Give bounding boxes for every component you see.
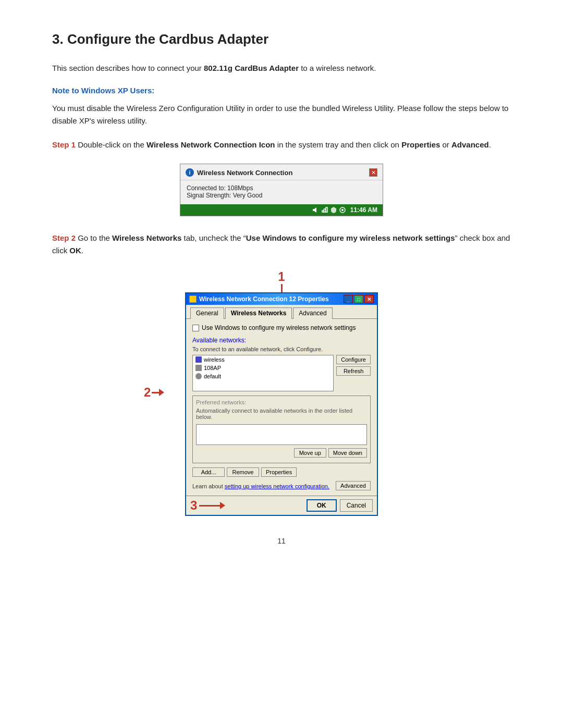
step1-text2: in the system tray and then click on [275, 140, 402, 149]
ok-cancel-buttons: OK Cancel [307, 499, 373, 512]
note-body: You must disable the Wireless Zero Confi… [52, 102, 511, 127]
step2-bold1: Wireless Networks [112, 233, 181, 242]
speaker-icon [312, 206, 320, 214]
step1-text3: or [440, 140, 451, 149]
callout2-area: 2 [144, 385, 164, 400]
maximize-button[interactable]: □ [354, 295, 363, 303]
xp-title-icon [189, 295, 197, 303]
step2-text4: . [81, 246, 83, 255]
move-up-button[interactable]: Move up [294, 448, 326, 458]
vol-icon [339, 206, 346, 214]
tray-popup-screenshot: i Wireless Network Connection ✕ Connecte… [52, 164, 511, 216]
tab-advanced[interactable]: Advanced [293, 307, 332, 319]
note-heading: Note to Windows XP Users: [52, 86, 511, 95]
network-icon [321, 206, 328, 214]
xp-body: Use Windows to configure my wireless net… [186, 319, 377, 496]
learn-text: Learn about setting up wireless network … [192, 483, 329, 489]
network-item-108ap[interactable]: 108AP [193, 364, 333, 372]
shield-icon [330, 206, 337, 214]
tab-general[interactable]: General [190, 307, 224, 319]
remove-button[interactable]: Remove [227, 467, 259, 477]
step1-bold2: Properties [401, 140, 440, 149]
xp-titlebar-left: Wireless Network Connection 12 Propertie… [189, 295, 329, 303]
tray-popup-header: i Wireless Network Connection ✕ [180, 164, 383, 180]
intro-bold1: 802.11g CardBus Adapter [204, 64, 299, 72]
callout2-number: 2 [144, 385, 151, 400]
move-down-button[interactable]: Move down [328, 448, 367, 458]
callout2-arrowhead [159, 389, 164, 396]
tray-popup-title: i Wireless Network Connection [186, 168, 292, 177]
preferred-networks-section: Preferred networks: Automatically connec… [192, 396, 371, 463]
learn-link[interactable]: setting up wireless network configuratio… [225, 483, 329, 489]
preferred-move-buttons: Move up Move down [196, 448, 367, 458]
intro-text1: This section describes how to connect yo… [52, 64, 204, 72]
callout1-number: 1 [278, 269, 285, 284]
svg-rect-0 [313, 209, 314, 211]
available-networks-buttons: Configure Refresh [336, 355, 371, 391]
intro-text2: to a wireless network. [299, 64, 376, 72]
step2-bold3: OK [69, 246, 81, 255]
learn-row: Learn about setting up wireless network … [192, 481, 371, 490]
tray-close-button[interactable]: ✕ [369, 168, 377, 177]
svg-rect-3 [324, 209, 325, 212]
network-name-wireless: wireless [204, 356, 225, 363]
step1-bold1: Wireless Network Connection Icon [146, 140, 275, 149]
svg-marker-1 [314, 207, 316, 213]
close-button[interactable]: ✕ [364, 295, 374, 303]
ap-net-icon [195, 365, 202, 371]
available-networks-area: wireless 108AP default Configure Refresh [192, 355, 371, 391]
preferred-networks-listbox[interactable] [196, 424, 367, 445]
step2-bold2: Use Windows to configure my wireless net… [246, 233, 455, 242]
intro-paragraph: This section describes how to connect yo… [52, 62, 511, 75]
tray-system-icons [312, 206, 346, 214]
callout2-line [152, 392, 159, 393]
use-windows-checkbox[interactable] [192, 325, 199, 331]
default-net-icon [195, 373, 202, 379]
minimize-button[interactable]: _ [344, 295, 353, 303]
callout3-number: 3 [190, 498, 197, 513]
network-item-default[interactable]: default [193, 372, 333, 380]
properties-button[interactable]: Properties [261, 467, 297, 477]
xp-footer: 3 OK Cancel [186, 496, 377, 515]
step2-paragraph: Step 2 Go to the Wireless Networks tab, … [52, 232, 511, 257]
tray-line1: Connected to: 108Mbps [187, 184, 376, 192]
step1-text4: . [489, 140, 491, 149]
wireless-net-icon [195, 356, 202, 363]
step2-text1: Go to the [76, 233, 112, 242]
use-windows-checkbox-row[interactable]: Use Windows to configure my wireless net… [192, 324, 371, 331]
svg-point-6 [341, 209, 344, 211]
step2-label: Step 2 [52, 233, 76, 242]
ok-button[interactable]: OK [307, 499, 337, 512]
preferred-networks-label: Preferred networks: [196, 399, 246, 405]
callout3-area: 3 [190, 498, 225, 513]
svg-rect-4 [326, 207, 327, 212]
step1-bold3: Advanced [451, 140, 489, 149]
callout3-line [199, 505, 220, 507]
cancel-button[interactable]: Cancel [340, 499, 373, 512]
step1-paragraph: Step 1 Double-click on the Wireless Netw… [52, 139, 511, 151]
network-name-108ap: 108AP [204, 365, 221, 371]
tray-popup-body: Connected to: 108Mbps Signal Strength: V… [180, 180, 383, 204]
page-title: 3. Configure the Cardbus Adapter [52, 31, 511, 47]
refresh-button[interactable]: Refresh [336, 366, 371, 376]
page-number: 11 [52, 537, 511, 545]
available-networks-listbox[interactable]: wireless 108AP default [192, 355, 334, 391]
xp-titlebar: Wireless Network Connection 12 Propertie… [186, 293, 377, 305]
tray-line2: Signal Strength: Very Good [187, 192, 376, 199]
available-networks-label: Available networks: [192, 337, 371, 344]
callout3-arrowhead [220, 502, 225, 509]
xp-titlebar-buttons: _ □ ✕ [344, 295, 374, 303]
wireless-icon: i [186, 168, 194, 177]
tray-popup-title-text: Wireless Network Connection [197, 169, 292, 177]
tab-wireless-networks[interactable]: Wireless Networks [225, 307, 292, 319]
network-name-default: default [204, 373, 221, 379]
dialog-screenshot-area: 1 2 Wireless Network Connection 12 Prope… [52, 269, 511, 516]
xp-dialog-title: Wireless Network Connection 12 Propertie… [199, 295, 329, 303]
configure-button[interactable]: Configure [336, 355, 371, 364]
network-item-wireless[interactable]: wireless [193, 355, 333, 364]
xp-dialog: Wireless Network Connection 12 Propertie… [185, 292, 378, 516]
tray-footer: 11:46 AM [180, 204, 383, 216]
add-button[interactable]: Add... [192, 467, 225, 477]
advanced-button[interactable]: Advanced [336, 481, 371, 490]
available-networks-desc: To connect to an available network, clic… [192, 346, 371, 352]
